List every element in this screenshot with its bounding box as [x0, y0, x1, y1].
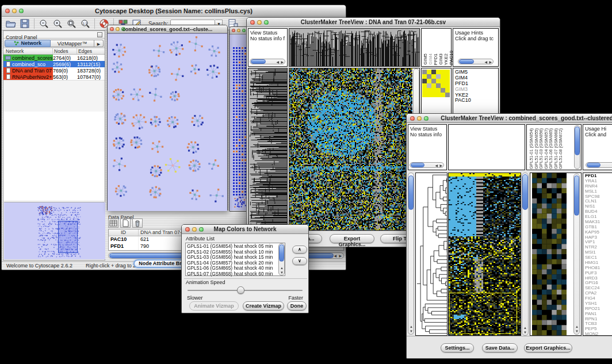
global-heatmap[interactable]: ▲▼ [289, 68, 420, 231]
zoom-out-icon[interactable] [38, 18, 49, 29]
treeview2-title: ClusterMaker TreeView : combined_scores_… [407, 115, 612, 121]
select-attributes-icon[interactable] [108, 219, 118, 228]
window-title: Cytoscape Desktop (Session Name: collins… [2, 7, 346, 14]
view-status-panel: View StatusNo status info f ◀▶ [248, 28, 288, 67]
folder-icon [5, 56, 11, 60]
status-welcome: Welcome to Cytoscape 2.6.2 [6, 263, 72, 269]
cluster-zoom-heatmap[interactable] [422, 70, 450, 97]
slower-label: Slower [187, 295, 203, 301]
tab-overflow-arrow[interactable]: ▶ [94, 40, 104, 47]
network-overview-panel[interactable] [4, 202, 104, 259]
faster-label: Faster [288, 295, 303, 301]
zoom-heatmap-scrollbar[interactable]: ▲▼ [573, 174, 580, 335]
control-panel: Control Panel Network VizMapper™ ▶ Netwo… [3, 30, 105, 260]
zoom-heatmap-panel[interactable]: ▲▼ [530, 173, 582, 336]
network-view-window: combined_scores_good.txt--cluste... [107, 25, 228, 211]
network-tree-row[interactable]: combined_sco2569(6)13112(15) [3, 61, 105, 67]
svg-text:1:1: 1:1 [83, 22, 88, 25]
tab-network[interactable]: Network [5, 40, 51, 47]
column-dendrogram[interactable] [289, 28, 420, 67]
float-panel-icon[interactable] [97, 32, 102, 37]
view-status-scrollbar[interactable]: ◀▶ [250, 59, 285, 64]
zoom-button[interactable] [242, 29, 246, 32]
network-tree-row[interactable]: combined_scores2764(0)16218(0) [3, 55, 105, 61]
animate-vizmap-button[interactable]: Animate Vizmap [189, 301, 239, 311]
cluster-zoom-heatmap[interactable] [532, 173, 567, 335]
heatmap-vscrollbar[interactable]: ▲▼ [522, 173, 529, 336]
attribute-list-scrollbar[interactable]: ▲▼ [278, 243, 285, 275]
treeview2-titlebar[interactable]: ClusterMaker TreeView : combined_scores_… [407, 114, 612, 123]
row-dendrogram[interactable] [248, 68, 288, 231]
network-tree-row[interactable]: RNAPuberNov2+563(0)107847(0) [3, 74, 105, 80]
treeview1-titlebar[interactable]: ClusterMaker TreeView : DNA and Tran 07-… [247, 18, 500, 27]
export-graphics-button[interactable]: Export Graphics... [524, 343, 572, 352]
open-file-icon[interactable] [5, 18, 17, 29]
delete-attribute-icon[interactable] [132, 219, 143, 228]
tab-vizmapper[interactable]: VizMapper™ [51, 40, 94, 47]
usage-hints-scrollbar[interactable] [586, 162, 612, 168]
treeview2-button-bar: Settings... Save Data... Export Graphics… [407, 336, 612, 358]
zoom-fit-icon[interactable]: 1:1 [79, 18, 91, 29]
row-dendrogram[interactable] [415, 173, 447, 336]
column-gene-label[interactable]: PFD1 [434, 53, 438, 65]
column-gene-label[interactable]: GPL51-04 (GSM857) [544, 128, 549, 169]
network-file-icon [6, 62, 10, 67]
gene-name-panel: PFD1YRA1RNR4MSL1SPC98CLN1NIS1BUD4ELG1MAK… [583, 173, 612, 336]
column-gene-labels[interactable]: GIM5GIM4PFD1GIM3YKE2PAC10 [421, 28, 452, 67]
column-gene-label[interactable]: YKE2 [444, 53, 449, 65]
column-dendrogram-area[interactable] [448, 124, 525, 170]
view-status-panel: View StatusNo status info ◀▶ [408, 124, 447, 170]
minimize-button[interactable] [237, 29, 240, 32]
usage-hints-panel: Usage HiClick and [583, 124, 612, 170]
network-tree-row[interactable]: DNA and Tran 07769(0)183728(0) [3, 67, 105, 74]
usage-hints-panel: Usage HintsClick and drag tc ◀▶ [453, 28, 499, 67]
column-gene-label[interactable]: GIM4 [429, 53, 433, 65]
network-file-icon [6, 74, 10, 79]
settings-button[interactable]: Settings... [441, 343, 474, 352]
attribute-list: GPL51-01 (GSM854) heat shock 05 minGPL51… [185, 243, 285, 276]
attribute-list-item[interactable]: GPL51-07 (GSM868) heat shock 60 min [187, 271, 278, 277]
done-button[interactable]: Done [287, 301, 307, 311]
network-view-title: combined_scores_good.txt--cluste... [108, 26, 227, 32]
zoom-selected-icon[interactable] [66, 18, 77, 29]
column-gene-label[interactable]: GIM3 [439, 53, 443, 65]
column-gene-label[interactable]: GPL51-02 (GSM855) [534, 128, 539, 169]
network-file-icon [6, 68, 10, 73]
column-gene-label[interactable]: GPL51-07 (GSM868) [554, 128, 559, 169]
view-status-scrollbar[interactable]: ◀▶ [410, 162, 444, 168]
move-up-button[interactable]: ∧ [292, 246, 307, 254]
treeview-combined-window: ClusterMaker TreeView : combined_scores_… [406, 113, 612, 359]
data-panel-toolbar [108, 219, 143, 228]
column-labels-scrollbar[interactable] [574, 125, 580, 169]
row-tree-vscrollbar[interactable]: ▲▼ [408, 173, 414, 335]
desktop: { "main_window": { "title": "Cytoscape D… [0, 0, 612, 364]
network-table-header: Network Nodes Edges [3, 48, 105, 55]
animation-speed-slider-track[interactable] [188, 290, 303, 291]
main-titlebar[interactable]: Cytoscape Desktop (Session Name: collins… [2, 5, 346, 17]
save-icon[interactable] [19, 18, 30, 29]
zoom-in-icon[interactable] [52, 18, 63, 29]
save-data-button[interactable]: Save Data... [482, 343, 518, 352]
column-labels-panel: GPL51-01 (GSM854)GPL51-02 (GSM855)GPL51-… [526, 124, 582, 170]
column-gene-label[interactable]: GPL51-01 (GSM854) [529, 128, 534, 169]
network-icon [14, 41, 19, 45]
treeview1-title: ClusterMaker TreeView : DNA and Tran 07-… [247, 19, 500, 25]
gene-label[interactable]: PAC10 [455, 98, 498, 104]
usage-hints-scrollbar[interactable]: ◀▶ [458, 59, 494, 64]
column-gene-label[interactable]: GPL51-08 (GSM872) [559, 128, 563, 169]
export-graphics-button[interactable]: Export Graphics... [330, 234, 374, 243]
network-view-titlebar[interactable]: combined_scores_good.txt--cluste... [108, 25, 227, 33]
column-gene-label[interactable]: GPL51-03 (GSM856) [539, 128, 544, 169]
network-canvas[interactable] [108, 33, 227, 211]
attribute-list-label: Attribute List [186, 236, 215, 242]
map-colors-dialog: Map Colors to Network Attribute List GPL… [181, 224, 309, 313]
close-button[interactable] [232, 29, 235, 32]
animation-speed-slider-thumb[interactable] [237, 286, 244, 294]
column-gene-label[interactable]: GIM5 [423, 53, 428, 65]
move-down-button[interactable]: ∨ [292, 257, 307, 265]
dialog-titlebar[interactable]: Map Colors to Network [182, 225, 308, 234]
new-attribute-icon[interactable] [120, 219, 131, 228]
global-heatmap[interactable] [448, 173, 521, 336]
create-vizmap-button[interactable]: Create Vizmap [243, 301, 284, 311]
column-gene-label[interactable]: GPL51-06 (GSM865) [549, 128, 553, 169]
